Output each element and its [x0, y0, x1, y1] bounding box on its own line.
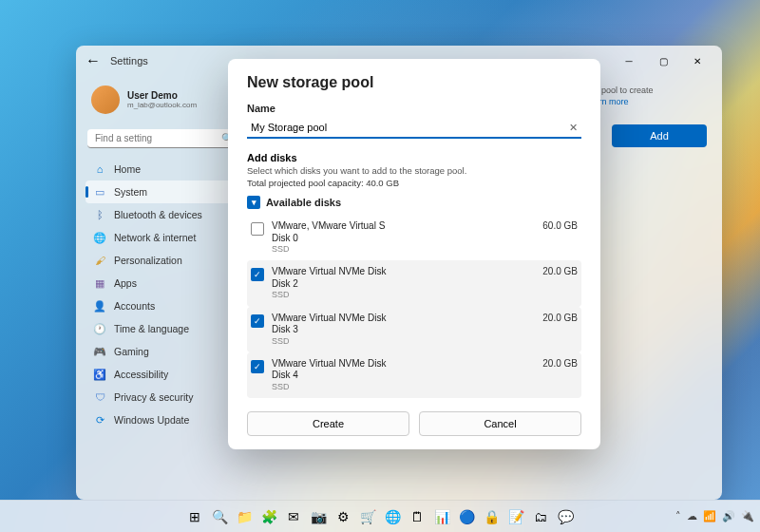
- sidebar-item-system[interactable]: ▭System: [86, 180, 238, 203]
- network-internet-icon: 🌐: [93, 231, 106, 244]
- sidebar-item-label: Network & internet: [114, 232, 196, 243]
- sidebar-item-network-internet[interactable]: 🌐Network & internet: [86, 226, 238, 249]
- add-disks-label: Add disks: [247, 152, 581, 163]
- sidebar-item-bluetooth-devices[interactable]: ᛒBluetooth & devices: [86, 203, 238, 226]
- power-icon[interactable]: 🔌: [741, 510, 754, 522]
- checkbox[interactable]: ✓: [251, 360, 264, 373]
- sidebar-item-label: Gaming: [114, 346, 149, 357]
- available-disks-header[interactable]: ▾ Available disks: [247, 196, 581, 209]
- disk-name: VMware, VMware Virtual S: [272, 220, 535, 233]
- taskbar-app-icon[interactable]: 🛒: [357, 506, 378, 527]
- sidebar-item-time-language[interactable]: 🕐Time & language: [86, 317, 238, 340]
- taskbar-app-icon[interactable]: 🗂: [530, 506, 551, 527]
- sidebar-item-label: Accessibility: [114, 369, 168, 380]
- avatar: [91, 86, 120, 114]
- disk-type: SSD: [272, 336, 535, 347]
- add-disks-description: Select which disks you want to add to th…: [247, 165, 581, 176]
- system-icon: ▭: [93, 185, 106, 199]
- taskbar-app-icon[interactable]: 🗒: [407, 506, 428, 527]
- privacy-security-icon: 🛡: [93, 390, 106, 404]
- disk-size: 20.0 GB: [542, 358, 578, 369]
- taskbar-app-icon[interactable]: 🌐: [382, 506, 403, 527]
- disk-id: Disk 0: [272, 233, 535, 245]
- disk-type: SSD: [272, 382, 535, 392]
- taskbar-app-icon[interactable]: 📷: [308, 506, 329, 527]
- taskbar-app-icon[interactable]: 📁: [234, 506, 255, 527]
- checkbox[interactable]: ✓: [251, 314, 264, 328]
- sidebar-item-home[interactable]: ⌂Home: [86, 158, 238, 180]
- new-storage-pool-dialog: New storage pool Name ✕ Add disks Select…: [228, 59, 600, 449]
- sidebar-item-windows-update[interactable]: ⟳Windows Update: [86, 408, 238, 431]
- sidebar-item-accounts[interactable]: 👤Accounts: [86, 294, 238, 317]
- search-box[interactable]: 🔍: [87, 129, 236, 148]
- arrow-left-icon: ←: [86, 52, 101, 69]
- sidebar-item-label: System: [114, 186, 147, 198]
- profile-email: m_lab@outlook.com: [127, 101, 197, 109]
- disk-type: SSD: [272, 290, 535, 300]
- tray-chevron-icon[interactable]: ˄: [675, 510, 681, 522]
- checkbox[interactable]: [251, 222, 264, 236]
- clear-icon[interactable]: ✕: [569, 122, 578, 134]
- search-input[interactable]: [95, 133, 216, 143]
- personalization-icon: 🖌: [93, 254, 106, 267]
- add-button[interactable]: Add: [612, 124, 707, 147]
- disk-type: SSD: [272, 244, 535, 255]
- disk-size: 20.0 GB: [542, 266, 578, 276]
- disk-name: VMware Virtual NVMe Disk: [272, 313, 535, 325]
- create-button[interactable]: Create: [247, 411, 409, 436]
- profile-header[interactable]: User Demo m_lab@outlook.com: [86, 82, 238, 118]
- taskbar-app-icon[interactable]: 🔍: [209, 506, 230, 527]
- sidebar-item-privacy-security[interactable]: 🛡Privacy & security: [86, 386, 238, 408]
- back-button[interactable]: ←: [84, 51, 103, 70]
- accessibility-icon: ♿: [93, 368, 106, 381]
- taskbar-app-icon[interactable]: 📊: [431, 506, 452, 527]
- minimize-button[interactable]: ─: [612, 48, 646, 74]
- taskbar-app-icon[interactable]: ⊞: [184, 506, 205, 527]
- taskbar-app-icon[interactable]: 💬: [555, 506, 576, 527]
- disk-row[interactable]: ✓ VMware Virtual NVMe Disk Disk 4 SSD 20…: [247, 352, 581, 398]
- cancel-button[interactable]: Cancel: [419, 411, 581, 436]
- sidebar-item-label: Home: [114, 163, 141, 175]
- system-tray: ˄ ☁ 📶 🔊 🔌: [675, 510, 754, 522]
- disk-id: Disk 3: [272, 324, 535, 336]
- time-language-icon: 🕐: [93, 322, 106, 335]
- sidebar-item-label: Privacy & security: [114, 391, 193, 403]
- taskbar-app-icon[interactable]: 🔵: [456, 506, 477, 527]
- maximize-button[interactable]: ▢: [646, 48, 680, 74]
- pool-name-input[interactable]: [247, 118, 581, 139]
- disk-id: Disk 2: [272, 278, 535, 291]
- taskbar-app-icon[interactable]: 📝: [505, 506, 526, 527]
- disk-row[interactable]: VMware, VMware Virtual S Disk 0 SSD 60.0…: [247, 215, 581, 260]
- chevron-down-icon: ▾: [247, 196, 260, 209]
- dialog-title: New storage pool: [247, 74, 581, 91]
- cloud-icon[interactable]: ☁: [687, 510, 697, 522]
- sidebar-item-accessibility[interactable]: ♿Accessibility: [86, 363, 238, 386]
- sidebar-item-label: Accounts: [114, 300, 155, 312]
- disk-row[interactable]: ✓ VMware Virtual NVMe Disk Disk 2 SSD 20…: [247, 260, 581, 306]
- taskbar-app-icon[interactable]: 🧩: [258, 506, 279, 527]
- close-button[interactable]: ✕: [680, 48, 714, 74]
- sidebar-item-label: Bluetooth & devices: [114, 209, 202, 220]
- accounts-icon: 👤: [93, 299, 106, 313]
- sidebar-item-apps[interactable]: ▦Apps: [86, 272, 238, 294]
- sidebar-item-gaming[interactable]: 🎮Gaming: [86, 340, 238, 363]
- taskbar-app-icon[interactable]: ⚙: [332, 506, 353, 527]
- sidebar-item-personalization[interactable]: 🖌Personalization: [86, 249, 238, 272]
- checkbox[interactable]: ✓: [251, 268, 264, 281]
- apps-icon: ▦: [93, 276, 106, 290]
- capacity-text: Total projected pool capacity: 40.0 GB: [247, 178, 581, 188]
- windows-update-icon: ⟳: [93, 413, 106, 427]
- taskbar-app-icon[interactable]: ✉: [283, 506, 304, 527]
- disk-name: VMware Virtual NVMe Disk: [272, 266, 535, 278]
- name-label: Name: [247, 103, 581, 114]
- sidebar: User Demo m_lab@outlook.com 🔍 ⌂Home▭Syst…: [76, 76, 247, 500]
- sidebar-item-label: Time & language: [114, 323, 189, 334]
- disk-row[interactable]: ✓ VMware Virtual NVMe Disk Disk 3 SSD 20…: [247, 307, 581, 352]
- window-title: Settings: [110, 55, 148, 66]
- network-icon[interactable]: 📶: [703, 510, 716, 522]
- home-icon: ⌂: [93, 162, 106, 176]
- taskbar-app-icon[interactable]: 🔒: [481, 506, 502, 527]
- gaming-icon: 🎮: [93, 345, 106, 358]
- disk-id: Disk 4: [272, 370, 535, 382]
- volume-icon[interactable]: 🔊: [722, 510, 735, 522]
